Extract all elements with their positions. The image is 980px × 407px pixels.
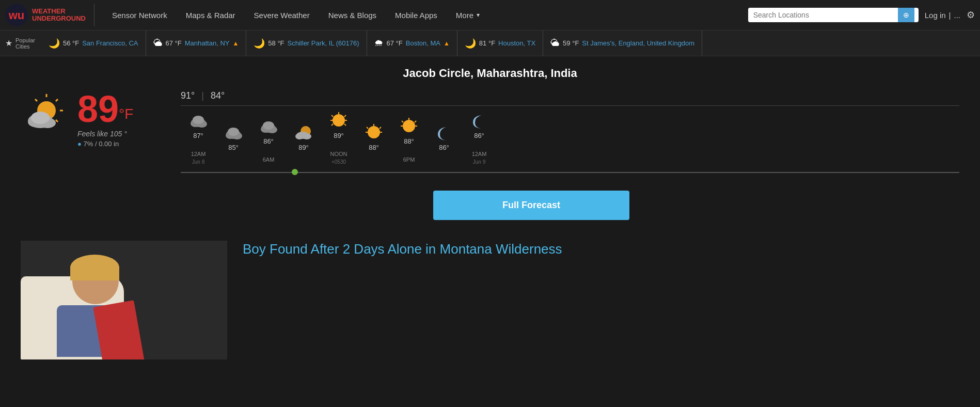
- nav-right: ⊕ Log in | ... ⚙: [748, 8, 975, 22]
- auth-separator: |: [949, 11, 951, 20]
- hour-label-7: 6PM: [403, 156, 415, 163]
- hour-icon-1: [187, 111, 210, 130]
- svg-line-30: [344, 115, 346, 117]
- ny-link[interactable]: Manhattan, NY: [185, 39, 230, 47]
- current-weather: 89°F Feels like 105 ° ● 7% / 0.00 in: [21, 90, 165, 148]
- news-section: Boy Found After 2 Days Alone in Montana …: [21, 241, 959, 359]
- precip-percent: 7%: [83, 140, 93, 148]
- news-headline[interactable]: Boy Found After 2 Days Alone in Montana …: [243, 241, 562, 257]
- full-forecast-button[interactable]: Full Forecast: [433, 191, 629, 220]
- city-item-ny: 🌥 67 °F Manhattan, NY ▲: [146, 30, 247, 56]
- svg-point-27: [302, 133, 311, 139]
- nav-severe-weather[interactable]: Severe Weather: [245, 0, 319, 30]
- hou-link[interactable]: Houston, TX: [498, 39, 535, 47]
- hour-icon-6: [362, 123, 385, 142]
- search-box[interactable]: ⊕: [748, 8, 919, 22]
- search-button[interactable]: ⊕: [898, 8, 914, 22]
- hour-label-9: 12AM: [472, 151, 487, 157]
- temperature: 89: [77, 88, 119, 130]
- hour-temp-2: 85°: [228, 144, 239, 151]
- precip-amount: 0.00 in: [99, 140, 119, 148]
- svg-line-32: [331, 115, 333, 117]
- city-item-il: 🌙 58 °F Schiller Park, IL (60176): [246, 30, 367, 56]
- il-weather-icon: 🌙: [254, 38, 265, 49]
- svg-line-7: [35, 99, 37, 101]
- weather-panel: 89°F Feels like 105 ° ● 7% / 0.00 in 91°…: [21, 90, 959, 165]
- search-input[interactable]: [748, 8, 898, 22]
- main-content: Jacob Circle, Maharashtra, India: [0, 56, 980, 370]
- ny-alert-icon: ▲: [232, 40, 239, 47]
- temp-info: 89°F Feels like 105 ° ● 7% / 0.00 in: [77, 90, 133, 148]
- svg-point-23: [263, 121, 274, 130]
- hour-temp-4: 89°: [298, 144, 309, 151]
- navbar: wu WEATHER UNDERGROUND Sensor Network Ma…: [0, 0, 980, 30]
- hour-date-5: +0530: [331, 159, 346, 165]
- login-link[interactable]: Log in: [925, 11, 946, 20]
- svg-point-15: [193, 116, 204, 124]
- nav-mobile-apps[interactable]: Mobile Apps: [386, 0, 447, 30]
- svg-point-28: [333, 114, 345, 127]
- bos-link[interactable]: Boston, MA: [406, 39, 440, 47]
- hi-lo-sep: |: [201, 90, 204, 101]
- bos-weather-icon: 🌧: [374, 38, 384, 49]
- hour-temp-1: 87°: [193, 132, 203, 139]
- nav-news-blogs[interactable]: News & Blogs: [319, 0, 386, 30]
- hour-temp-8: 86°: [439, 144, 449, 151]
- nav-maps-radar[interactable]: Maps & Radar: [177, 0, 245, 30]
- svg-point-42: [403, 120, 415, 132]
- forecast-timeline: 87° 12AM Jun 8 85°: [181, 111, 959, 165]
- news-image: [21, 241, 227, 359]
- il-link[interactable]: Schiller Park, IL (60176): [288, 39, 359, 47]
- hour-date-9: Jun 9: [473, 159, 485, 165]
- city-item-uk: 🌥 59 °F St James's, England, United King…: [543, 30, 702, 56]
- popular-cities-label: Popular Cities: [15, 37, 35, 50]
- city-item-sf: 🌙 56 °F San Francisco, CA: [41, 30, 146, 56]
- settings-icon[interactable]: ⚙: [967, 9, 975, 21]
- uk-link[interactable]: St James's, England, United Kingdom: [582, 39, 694, 47]
- hour-label-3: 6AM: [263, 156, 275, 163]
- city-item-bos: 🌧 67 °F Boston, MA ▲: [367, 30, 457, 56]
- sf-weather-icon: 🌙: [49, 38, 60, 49]
- uk-weather-icon: 🌥: [550, 38, 560, 49]
- hour-icon-8: [433, 123, 455, 142]
- nav-sensor-network[interactable]: Sensor Network: [103, 0, 177, 30]
- hour-icon-3: [257, 117, 280, 135]
- hour-icon-7: [398, 117, 420, 135]
- uk-temp: 59 °F: [563, 39, 579, 47]
- wu-logo-icon: wu: [5, 4, 28, 26]
- forecast-hours: 87° 12AM Jun 8 85°: [181, 111, 959, 165]
- hour-temp-9: 86°: [474, 132, 484, 139]
- hour-icon-9: [468, 111, 491, 130]
- chevron-down-icon: ▾: [477, 11, 480, 19]
- logo-line2: UNDERGROUND: [32, 15, 86, 22]
- hour-item-8: 86°: [426, 123, 462, 165]
- high-temp: 91°: [181, 90, 195, 101]
- hour-item-1: 87° 12AM Jun 8: [181, 111, 216, 165]
- hi-lo: 91° | 84°: [181, 90, 959, 106]
- svg-line-6: [56, 120, 58, 122]
- sf-link[interactable]: San Francisco, CA: [82, 39, 138, 47]
- logo-area[interactable]: wu WEATHER UNDERGROUND: [5, 4, 94, 26]
- ny-temp: 67 °F: [166, 39, 182, 47]
- hour-label-1: 12AM: [191, 151, 206, 157]
- low-temp: 84°: [211, 90, 225, 101]
- hour-item-9: 86° 12AM Jun 9: [462, 111, 497, 165]
- city-item-hou: 🌙 81 °F Houston, TX: [457, 30, 543, 56]
- svg-line-4: [56, 99, 58, 101]
- ellipsis-link[interactable]: ...: [954, 11, 960, 20]
- location-icon: ⊕: [903, 11, 909, 19]
- precip: ● 7% / 0.00 in: [77, 140, 133, 148]
- svg-line-34: [344, 124, 346, 126]
- svg-line-40: [367, 127, 368, 129]
- nav-links: Sensor Network Maps & Radar Severe Weath…: [103, 0, 748, 30]
- auth-links: Log in | ...: [925, 11, 960, 20]
- bos-temp: 67 °F: [387, 39, 403, 47]
- hour-temp-6: 88°: [369, 144, 379, 151]
- svg-text:wu: wu: [8, 9, 25, 22]
- full-forecast-container: Full Forecast: [103, 180, 959, 230]
- nav-more[interactable]: More ▾: [447, 0, 489, 30]
- location-title: Jacob Circle, Maharashtra, India: [21, 67, 959, 80]
- cities-bar: ★ Popular Cities 🌙 56 °F San Francisco, …: [0, 30, 980, 56]
- hour-date-1: Jun 8: [192, 159, 204, 165]
- hour-item-3: 86° 6AM: [251, 117, 286, 165]
